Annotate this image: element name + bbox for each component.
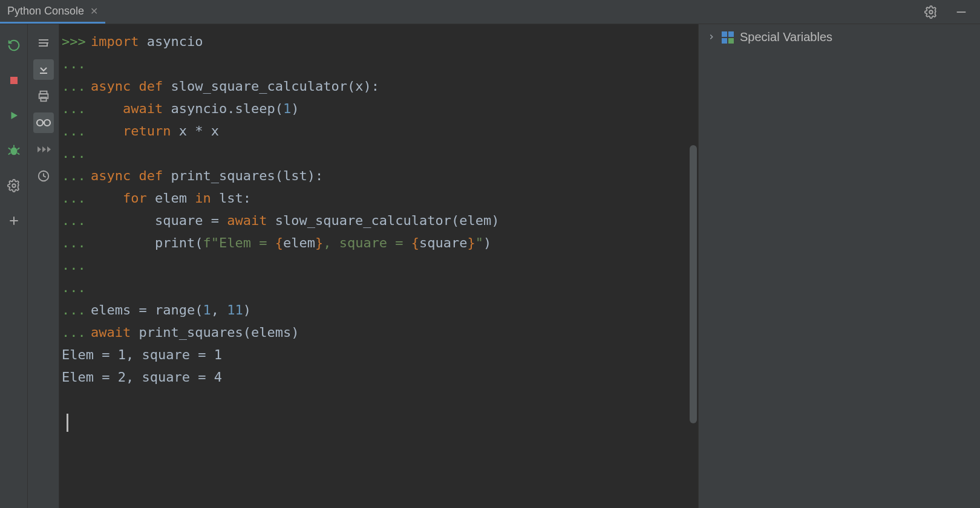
- output-line: Elem = 2, square = 4: [59, 366, 690, 388]
- code-line: ... async def slow_square_calculator(x):: [59, 75, 690, 97]
- input-cursor-line[interactable]: [59, 411, 690, 433]
- tab-label: Python Console: [7, 5, 84, 18]
- svg-marker-25: [47, 146, 51, 152]
- code-line: ... await print_squares(elems): [59, 321, 690, 344]
- add-icon[interactable]: [4, 210, 24, 231]
- inspect-icon[interactable]: [33, 112, 54, 133]
- code-line: ... elems = range(1, 11): [59, 299, 690, 321]
- chevron-right-icon: [707, 30, 716, 44]
- tab-python-console[interactable]: Python Console ✕: [0, 0, 105, 24]
- code-line: ... print(f"Elem = {elem}, square = {squ…: [59, 232, 690, 254]
- step-icon[interactable]: [33, 139, 54, 160]
- code-line: ... return x * x: [59, 120, 690, 142]
- special-variables-label: Special Variables: [740, 30, 832, 44]
- code-line: ... await asyncio.sleep(1): [59, 97, 690, 120]
- svg-point-0: [929, 10, 933, 14]
- grid-icon: [722, 31, 734, 44]
- code-line: ...: [59, 276, 690, 299]
- primary-toolbar: [0, 24, 28, 508]
- svg-line-6: [8, 148, 10, 149]
- minimize-icon[interactable]: [951, 2, 972, 22]
- svg-point-21: [44, 120, 50, 126]
- code-line: >>> import asyncio: [59, 30, 690, 53]
- svg-line-8: [8, 153, 10, 155]
- svg-marker-3: [11, 112, 18, 119]
- code-line: ... for elem in lst:: [59, 187, 690, 209]
- settings-icon[interactable]: [4, 175, 24, 196]
- code-line: ...: [59, 142, 690, 164]
- variables-panel: Special Variables: [698, 24, 980, 508]
- gear-icon[interactable]: [921, 2, 941, 22]
- svg-line-9: [17, 153, 19, 155]
- tab-bar: Python Console ✕: [0, 0, 980, 24]
- output-line: Elem = 1, square = 1: [59, 344, 690, 366]
- soft-wrap-icon[interactable]: [33, 33, 54, 53]
- svg-point-4: [10, 148, 17, 155]
- svg-rect-2: [10, 77, 18, 84]
- svg-point-20: [37, 120, 43, 126]
- scrollbar[interactable]: [690, 145, 697, 423]
- code-line: ... async def print_squares(lst):: [59, 164, 690, 187]
- secondary-toolbar: [28, 24, 59, 508]
- svg-point-10: [12, 184, 16, 187]
- cursor: [67, 414, 68, 432]
- code-line: ...: [59, 254, 690, 276]
- run-icon[interactable]: [4, 105, 24, 126]
- history-icon[interactable]: [33, 166, 54, 186]
- stop-icon[interactable]: [4, 70, 24, 91]
- scroll-to-end-icon[interactable]: [33, 59, 54, 80]
- code-line: ... square = await slow_square_calculato…: [59, 209, 690, 232]
- console-output[interactable]: >>> import asyncio... ... async def slow…: [59, 24, 698, 508]
- code-line: ...: [59, 53, 690, 75]
- debug-icon[interactable]: [4, 140, 24, 161]
- svg-marker-24: [42, 146, 46, 152]
- svg-line-7: [17, 148, 19, 149]
- special-variables-row[interactable]: Special Variables: [707, 30, 972, 44]
- python-console-panel: Python Console ✕: [0, 0, 980, 508]
- print-icon[interactable]: [33, 86, 54, 106]
- rerun-icon[interactable]: [4, 35, 24, 56]
- svg-marker-23: [38, 146, 41, 152]
- close-icon[interactable]: ✕: [90, 5, 98, 17]
